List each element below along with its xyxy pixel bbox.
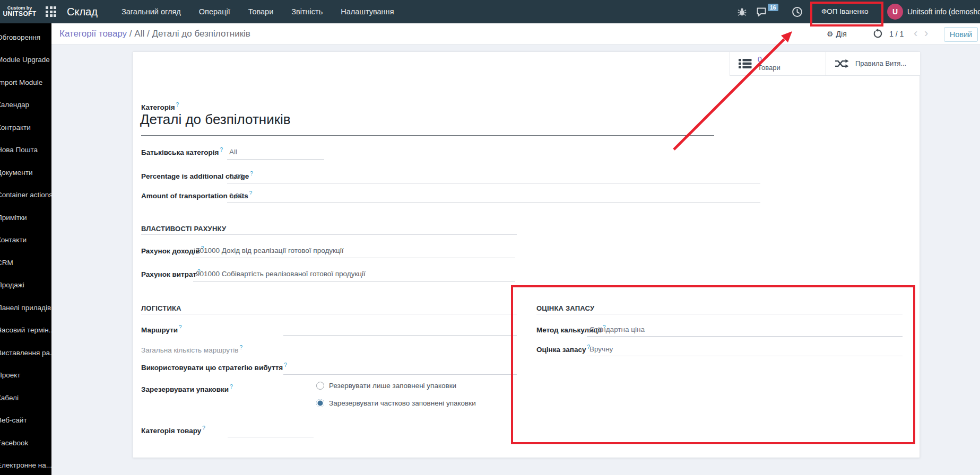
products-count: 0 <box>758 56 780 64</box>
parent-category-label: Батьківська категорія? <box>141 147 223 156</box>
drawer-item-container-actions[interactable]: Container actions <box>0 184 51 207</box>
drawer-item-invoicing[interactable]: Виставлення ра... <box>0 341 51 364</box>
drawer-item-documents[interactable]: Документи <box>0 161 51 184</box>
breadcrumb-category-link[interactable]: Категорії товару <box>59 29 127 39</box>
apps-grid-icon[interactable] <box>46 6 56 17</box>
breadcrumb-current: Деталі до безпілотників <box>152 29 250 39</box>
drawer-item-cables[interactable]: Кабелі <box>0 386 51 409</box>
app-drawer: Обговорення Module Upgrade Import Module… <box>0 23 51 475</box>
routes-input-underline[interactable] <box>283 335 517 336</box>
removal-strategy-underline[interactable] <box>283 374 517 375</box>
drawer-item-contacts[interactable]: Контакти <box>0 229 51 252</box>
breadcrumb-parent[interactable]: All <box>134 29 144 39</box>
drawer-item-nova-poshta[interactable]: Нова Пошта <box>0 139 51 162</box>
section-rule <box>141 234 517 235</box>
drawer-item-project[interactable]: Проект <box>0 364 51 387</box>
pager: 1 / 1 <box>889 23 904 45</box>
percentage-charge-input[interactable]: 0,00 <box>229 172 243 180</box>
list-icon <box>739 58 752 69</box>
help-icon[interactable]: ? <box>249 190 253 196</box>
menu-operations[interactable]: Операції <box>190 0 239 23</box>
drawer-item-sales[interactable]: Продажі <box>0 274 51 297</box>
field-underline <box>193 258 515 258</box>
drawer-item-timesheet[interactable]: Часовий термін... <box>0 319 51 342</box>
help-icon[interactable]: ? <box>179 324 182 330</box>
main-menu: Загальний огляд Операції Товари Звітніст… <box>112 0 403 23</box>
category-name-label: Категорія? <box>141 102 179 111</box>
products-smart-button[interactable]: 0 Товари <box>730 52 826 75</box>
radio-reserve-partial[interactable]: Зарезервувати частково заповнені упаковк… <box>316 399 476 407</box>
help-icon[interactable]: ? <box>230 384 233 390</box>
menu-reporting[interactable]: Звітність <box>282 0 332 23</box>
debug-bug-icon[interactable] <box>738 0 747 23</box>
removal-strategy-label: Використовувати цю стратегію вибуття? <box>141 362 287 372</box>
breadcrumb-separator: / <box>129 29 134 39</box>
help-icon[interactable]: ? <box>239 345 242 350</box>
help-icon[interactable]: ? <box>176 102 179 108</box>
menu-settings[interactable]: Налаштування <box>332 0 403 23</box>
messages-count-badge: 16 <box>768 4 778 11</box>
drawer-item-crm[interactable]: CRM <box>0 251 51 274</box>
logistics-section-title: ЛОГІСТИКА <box>141 304 181 312</box>
field-underline <box>227 159 324 160</box>
reserve-packagings-label: Зарезервувати упаковки? <box>141 384 233 393</box>
breadcrumb: Категорії товару / All / Деталі до безпі… <box>59 23 250 45</box>
putaway-rules-label: Правила Витя... <box>855 60 906 67</box>
action-menu-button[interactable]: ⚙Дія <box>827 23 847 45</box>
field-underline <box>227 203 760 203</box>
total-routes-label: Загальна кількість маршрутів? <box>141 345 242 354</box>
radio-reserve-only-full[interactable]: Резервувати лише заповнені упаковки <box>316 382 456 390</box>
category-name-underline <box>141 135 714 136</box>
account-properties-section-title: ВЛАСТИВОСТІ РАХУНКУ <box>141 225 226 233</box>
help-icon[interactable]: ? <box>220 147 223 153</box>
annotation-box-valuation <box>511 285 915 444</box>
income-account-input[interactable]: 701000 Дохід від реалізації готової прод… <box>196 247 343 254</box>
drawer-item-website[interactable]: Веб-сайт <box>0 409 51 432</box>
radio-icon[interactable] <box>316 382 324 390</box>
field-underline <box>227 183 760 183</box>
radio-checked-icon[interactable] <box>316 399 324 407</box>
product-category-underline[interactable] <box>228 437 314 437</box>
drawer-item-dashboards[interactable]: Панелі приладів <box>0 296 51 319</box>
transport-costs-input[interactable]: 0,00 <box>229 192 243 200</box>
user-menu[interactable]: Unitsoft info (demoshow <box>907 0 980 23</box>
drawer-item-calendar[interactable]: Календар <box>0 94 51 117</box>
logo-line2: UNITSOFT <box>1 11 38 17</box>
category-name-input[interactable]: Деталі до безпілотників <box>140 111 291 128</box>
parent-category-input[interactable]: All <box>229 148 237 156</box>
new-record-button[interactable]: Новий <box>944 27 978 42</box>
annotation-box-company <box>810 2 883 27</box>
breadcrumb-separator: / <box>147 29 152 39</box>
activities-clock-icon[interactable] <box>792 0 803 23</box>
drawer-item-elearning[interactable]: Електронне на... <box>0 454 51 475</box>
drawer-item-contracts[interactable]: Контракти <box>0 116 51 139</box>
product-category-label: Категорія товару? <box>141 425 205 435</box>
messages-icon[interactable] <box>756 0 767 23</box>
control-panel: Категорії товару / All / Деталі до безпі… <box>0 23 980 45</box>
avatar[interactable]: U <box>887 4 903 20</box>
field-underline <box>193 281 515 282</box>
expense-account-label: Рахунок витрат? <box>141 269 201 278</box>
smart-button-box: 0 Товари Правила Витя... <box>730 52 920 76</box>
menu-products[interactable]: Товари <box>239 0 283 23</box>
help-icon[interactable]: ? <box>202 425 205 431</box>
menu-overview[interactable]: Загальний огляд <box>112 0 190 23</box>
putaway-rules-smart-button[interactable]: Правила Витя... <box>826 52 920 75</box>
drawer-item-module-upgrade[interactable]: Module Upgrade <box>0 49 51 72</box>
gear-icon: ⚙ <box>827 30 834 38</box>
drawer-item-import-module[interactable]: Import Module <box>0 71 51 94</box>
pager-next-icon[interactable]: › <box>924 23 928 43</box>
products-label: Товари <box>758 64 780 72</box>
shuffle-icon <box>835 59 849 68</box>
pager-prev-icon[interactable]: ‹ <box>914 23 917 43</box>
drawer-item-notes[interactable]: Примітки <box>0 206 51 229</box>
drawer-item-facebook[interactable]: Facebook <box>0 432 51 454</box>
help-icon[interactable]: ? <box>284 362 287 368</box>
drawer-item-discuss[interactable]: Обговорення <box>0 26 51 49</box>
unitsoft-logo[interactable]: Custom by UNITSOFT <box>0 6 38 17</box>
current-app-name[interactable]: Склад <box>67 6 98 18</box>
refresh-icon[interactable] <box>873 29 883 41</box>
help-icon[interactable]: ? <box>250 171 253 177</box>
routes-label: Маршрути? <box>141 324 182 334</box>
expense-account-input[interactable]: 901000 Собівартість реалізованої готової… <box>196 270 366 278</box>
